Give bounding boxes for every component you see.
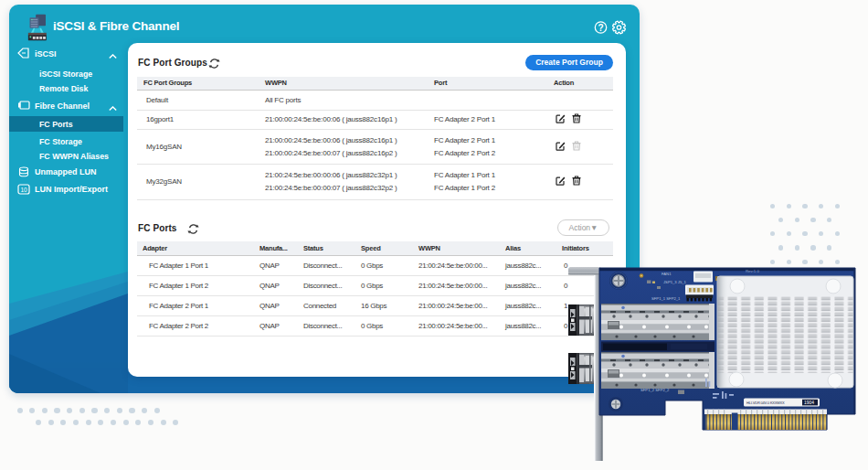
svg-text:10: 10 [20,187,27,193]
svg-text:HLI-VDR 04V-0 KXXMXX: HLI-VDR 04V-0 KXXMXX [746,401,785,405]
svg-text:JSP1_3 J5_1: JSP1_3 J5_1 [663,280,687,284]
svg-text:?: ? [598,23,603,33]
svg-text:SFP1_1 SFP2_1: SFP1_1 SFP2_1 [651,296,681,301]
svg-text:Rev:1.0: Rev:1.0 [746,269,759,273]
svg-text:FAN1: FAN1 [662,272,672,276]
svg-text:1904: 1904 [804,400,814,405]
svg-text:SFP1_2 SFP2_2: SFP1_2 SFP2_2 [640,388,670,392]
